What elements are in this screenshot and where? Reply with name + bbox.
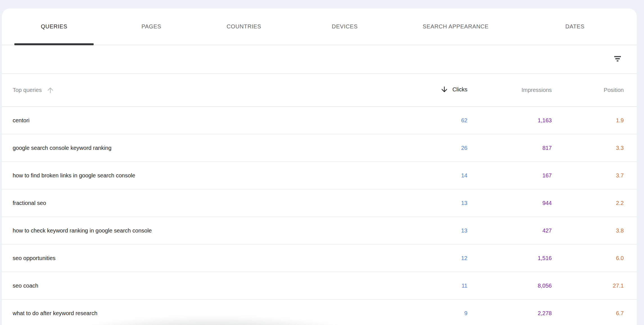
clicks-value: 26 — [411, 145, 467, 151]
column-header-position[interactable]: Position — [552, 87, 624, 93]
tab-devices[interactable]: DEVICES — [291, 8, 398, 45]
query-text[interactable]: fractional seo — [13, 200, 46, 206]
position-value: 6.7 — [552, 310, 624, 317]
sort-ascending-icon — [46, 86, 55, 94]
dimension-tabbar: QUERIES PAGES COUNTRIES DEVICES SEARCH A… — [2, 8, 637, 45]
filter-rows-button[interactable] — [610, 51, 625, 67]
column-header-clicks[interactable]: Clicks — [411, 85, 467, 95]
tab-pages-label: PAGES — [141, 23, 161, 30]
tab-countries[interactable]: COUNTRIES — [197, 8, 291, 45]
query-text[interactable]: google search console keyword ranking — [13, 145, 111, 151]
position-value: 3.3 — [552, 145, 624, 151]
impressions-value: 2,278 — [467, 310, 552, 317]
impressions-value: 167 — [467, 172, 552, 179]
tab-dates-label: DATES — [565, 23, 584, 30]
top-queries-header-label: Top queries — [13, 87, 42, 93]
impressions-value: 1,163 — [467, 117, 552, 124]
tab-search-appearance[interactable]: SEARCH APPEARANCE — [398, 8, 513, 45]
tab-search-appearance-label: SEARCH APPEARANCE — [423, 23, 489, 30]
impressions-value: 427 — [467, 227, 552, 234]
clicks-header-label: Clicks — [452, 86, 467, 93]
clicks-value: 62 — [411, 117, 467, 124]
query-text[interactable]: seo coach — [13, 283, 38, 289]
query-text[interactable]: seo opportunities — [13, 255, 55, 261]
tab-countries-label: COUNTRIES — [227, 23, 261, 30]
clicks-value: 14 — [411, 172, 467, 179]
table-row[interactable]: how to check keyword ranking in google s… — [2, 217, 637, 245]
impressions-value: 1,516 — [467, 255, 552, 261]
tab-queries-label: QUERIES — [41, 23, 67, 30]
tab-pages[interactable]: PAGES — [106, 8, 197, 45]
table-row[interactable]: google search console keyword ranking 26… — [2, 134, 637, 162]
sort-descending-icon — [440, 85, 449, 94]
clicks-value: 13 — [411, 227, 467, 234]
active-tab-indicator — [14, 43, 94, 45]
table-row[interactable]: what to do after keyword research 9 2,27… — [2, 300, 637, 325]
position-value: 3.7 — [552, 172, 624, 179]
position-value: 3.8 — [552, 227, 624, 234]
query-text[interactable]: how to check keyword ranking in google s… — [13, 227, 152, 234]
position-value: 2.2 — [552, 200, 624, 206]
search-console-performance-page: QUERIES PAGES COUNTRIES DEVICES SEARCH A… — [0, 0, 644, 325]
query-text[interactable]: centori — [13, 117, 30, 124]
query-text[interactable]: what to do after keyword research — [13, 310, 97, 317]
table-header-row: Top queries Clicks Impressions Position — [2, 74, 637, 107]
column-header-impressions[interactable]: Impressions — [467, 87, 552, 93]
position-header-label: Position — [604, 87, 624, 93]
impressions-value: 817 — [467, 145, 552, 151]
impressions-header-label: Impressions — [521, 87, 552, 93]
table-row[interactable]: seo opportunities 12 1,516 6.0 — [2, 245, 637, 272]
tab-devices-label: DEVICES — [332, 23, 358, 30]
column-header-top-queries[interactable]: Top queries — [2, 86, 411, 94]
position-value: 6.0 — [552, 255, 624, 261]
table-toolbar — [2, 45, 637, 74]
impressions-value: 8,056 — [467, 283, 552, 289]
position-value: 27.1 — [552, 283, 624, 289]
clicks-value: 9 — [411, 310, 467, 317]
query-text[interactable]: how to find broken links in google searc… — [13, 172, 135, 179]
table-row[interactable]: how to find broken links in google searc… — [2, 162, 637, 189]
tab-dates[interactable]: DATES — [513, 8, 637, 45]
clicks-value: 13 — [411, 200, 467, 206]
table-row[interactable]: seo coach 11 8,056 27.1 — [2, 272, 637, 300]
filter-list-icon — [612, 53, 623, 65]
position-value: 1.9 — [552, 117, 624, 124]
table-row[interactable]: centori 62 1,163 1.9 — [2, 107, 637, 134]
impressions-value: 944 — [467, 200, 552, 206]
clicks-value: 11 — [411, 283, 467, 289]
clicks-value: 12 — [411, 255, 467, 261]
performance-card: QUERIES PAGES COUNTRIES DEVICES SEARCH A… — [2, 8, 637, 325]
table-row[interactable]: fractional seo 13 944 2.2 — [2, 189, 637, 217]
tab-queries[interactable]: QUERIES — [2, 8, 106, 45]
